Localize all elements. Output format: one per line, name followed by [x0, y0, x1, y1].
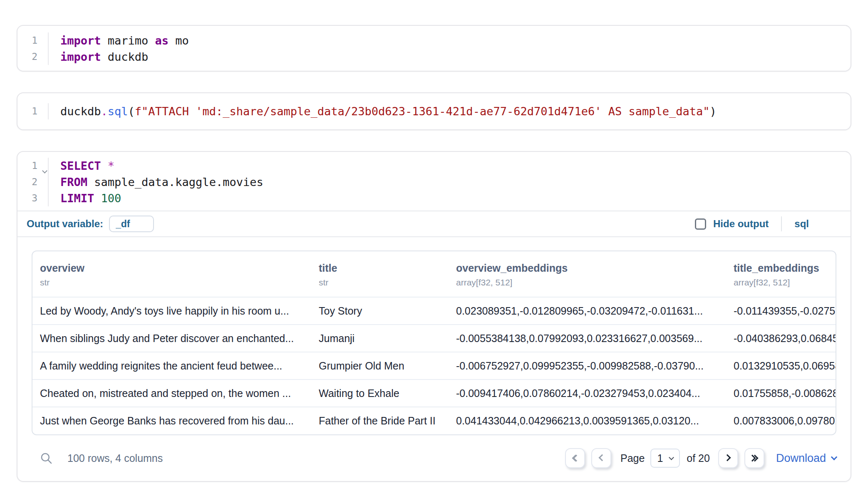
- table-cell: 0.01755858,-0.0086286: [726, 379, 836, 407]
- column-dtype: array[f32, 512]: [734, 278, 831, 288]
- page-total: of 20: [687, 452, 710, 464]
- line-number-gutter: 1: [17, 32, 49, 49]
- table-row: Cheated on, mistreated and stepped on, t…: [32, 379, 836, 407]
- table-cell: -0.0055384138,0.07992093,0.023316627,0.0…: [449, 325, 726, 352]
- code-text[interactable]: duckdb.sql(f"ATTACH 'md:_share/sample_da…: [49, 103, 717, 119]
- code-token: sql: [108, 105, 128, 118]
- line-number-gutter: 2: [17, 174, 49, 190]
- column-name: title_embeddings: [734, 262, 831, 274]
- cell-language-badge[interactable]: sql: [794, 218, 809, 230]
- table-cell: Waiting to Exhale: [311, 379, 449, 407]
- code-line[interactable]: 1SELECT *: [17, 158, 851, 174]
- output-variable-row: Output variable: Hide output sql: [17, 211, 851, 236]
- code-token: SELECT: [60, 159, 101, 172]
- chevron-right-icon: [727, 455, 730, 461]
- table-row: Just when George Banks has recovered fro…: [32, 407, 836, 434]
- table-cell: A family wedding reignites the ancient f…: [32, 352, 311, 379]
- last-page-button[interactable]: [744, 448, 764, 468]
- code-token: (: [128, 105, 135, 118]
- hide-output-label[interactable]: Hide output: [713, 218, 769, 230]
- code-text[interactable]: LIMIT 100: [49, 190, 121, 206]
- line-number-gutter: 3: [17, 190, 49, 206]
- table-footer: 100 rows, 4 columns Page 1 of 20: [32, 435, 836, 481]
- dataframe-panel: overviewstrtitlestroverview_embeddingsar…: [32, 250, 836, 435]
- code-token: 100: [101, 192, 122, 205]
- table-cell: Jumanji: [311, 325, 449, 352]
- code-token: LIMIT: [60, 192, 94, 205]
- code-token: import: [60, 50, 101, 63]
- column-header-overview_embeddings[interactable]: overview_embeddingsarray[f32, 512]: [449, 251, 726, 297]
- code-editor[interactable]: 1SELECT *2FROM sample_data.kaggle.movies…: [17, 152, 851, 211]
- column-dtype: str: [40, 278, 307, 288]
- table-cell: 0.0132910535,0.069581: [726, 352, 836, 379]
- line-number: 2: [32, 51, 37, 62]
- table-cell: Toy Story: [311, 297, 449, 325]
- chevrons-left-icon: [573, 456, 577, 461]
- search-icon[interactable]: [39, 451, 53, 465]
- code-text[interactable]: import duckdb: [49, 49, 148, 65]
- line-number: 1: [32, 160, 37, 171]
- code-editor[interactable]: 1import marimo as mo2import duckdb: [17, 26, 851, 71]
- code-line[interactable]: 2FROM sample_data.kaggle.movies: [17, 174, 851, 190]
- output-table: overviewstrtitlestroverview_embeddingsar…: [32, 251, 836, 434]
- cell-output: overviewstrtitlestroverview_embeddingsar…: [17, 237, 851, 481]
- code-token: duckdb: [60, 105, 101, 118]
- page-label: Page: [620, 452, 645, 464]
- code-token: duckdb: [101, 50, 149, 63]
- line-number-gutter: 1: [17, 158, 49, 174]
- table-cell: Cheated on, mistreated and stepped on, t…: [32, 379, 311, 407]
- download-button[interactable]: Download: [776, 452, 836, 465]
- chevron-down-icon: [669, 455, 674, 460]
- code-line[interactable]: 1duckdb.sql(f"ATTACH 'md:_share/sample_d…: [17, 103, 851, 119]
- code-token: sample_data.kaggle.movies: [87, 176, 263, 188]
- cell-output-controls: Hide output sql: [695, 216, 809, 231]
- line-number-gutter: 2: [17, 49, 49, 65]
- column-name: title: [319, 262, 444, 274]
- previous-page-button[interactable]: [591, 448, 611, 468]
- code-token: .: [101, 105, 108, 118]
- table-cell: -0.040386293,0.068451: [726, 325, 836, 352]
- line-number: 1: [32, 35, 37, 46]
- column-header-title_embeddings[interactable]: title_embeddingsarray[f32, 512]: [726, 251, 836, 297]
- code-line[interactable]: 3LIMIT 100: [17, 190, 851, 206]
- page-number: 1: [657, 452, 663, 464]
- table-cell: -0.009417406,0.07860214,-0.023279453,0.0…: [449, 379, 726, 407]
- sql-cell: 1SELECT *2FROM sample_data.kaggle.movies…: [17, 151, 851, 482]
- column-header-overview[interactable]: overviewstr: [32, 251, 311, 297]
- line-number: 3: [32, 193, 37, 203]
- line-number: 2: [32, 176, 37, 187]
- table-cell: Led by Woody, Andy's toys live happily i…: [32, 297, 311, 325]
- table-row: When siblings Judy and Peter discover an…: [32, 325, 836, 352]
- page-select[interactable]: 1: [650, 449, 680, 468]
- table-cell: 0.007833006,0.097801: [726, 407, 836, 434]
- column-header-title[interactable]: titlestr: [311, 251, 449, 297]
- column-dtype: array[f32, 512]: [456, 278, 722, 288]
- download-label: Download: [776, 452, 826, 465]
- next-page-button[interactable]: [718, 448, 738, 468]
- code-text[interactable]: SELECT *: [49, 158, 114, 174]
- code-editor[interactable]: 1duckdb.sql(f"ATTACH 'md:_share/sample_d…: [17, 93, 851, 129]
- table-cell: 0.041433044,0.042966213,0.0039591365,0.0…: [449, 407, 726, 434]
- table-row: A family wedding reignites the ancient f…: [32, 352, 836, 379]
- output-variable-label: Output variable:: [27, 218, 103, 230]
- code-text[interactable]: import marimo as mo: [49, 32, 189, 49]
- code-text[interactable]: FROM sample_data.kaggle.movies: [49, 174, 263, 190]
- code-token: import: [60, 34, 101, 47]
- code-line[interactable]: 1import marimo as mo: [17, 32, 851, 49]
- table-body: Led by Woody, Andy's toys live happily i…: [32, 297, 836, 434]
- table-cell: Grumpier Old Men: [311, 352, 449, 379]
- table-cell: Just when George Banks has recovered fro…: [32, 407, 311, 434]
- first-page-button[interactable]: [565, 448, 585, 468]
- table-cell: 0.023089351,-0.012809965,-0.03209472,-0.…: [449, 297, 726, 325]
- code-token: FROM: [60, 176, 87, 188]
- table-header-row: overviewstrtitlestroverview_embeddingsar…: [32, 251, 836, 297]
- table-cell: -0.011439355,-0.027527: [726, 297, 836, 325]
- hide-output-checkbox[interactable]: [695, 218, 706, 230]
- code-token: ): [710, 105, 717, 118]
- code-line[interactable]: 2import duckdb: [17, 49, 851, 65]
- output-variable-input[interactable]: [109, 216, 154, 232]
- row-count-summary: 100 rows, 4 columns: [67, 452, 163, 464]
- vertical-divider: [781, 216, 782, 231]
- code-cell-imports: 1import marimo as mo2import duckdb: [17, 25, 851, 72]
- column-name: overview_embeddings: [456, 262, 722, 274]
